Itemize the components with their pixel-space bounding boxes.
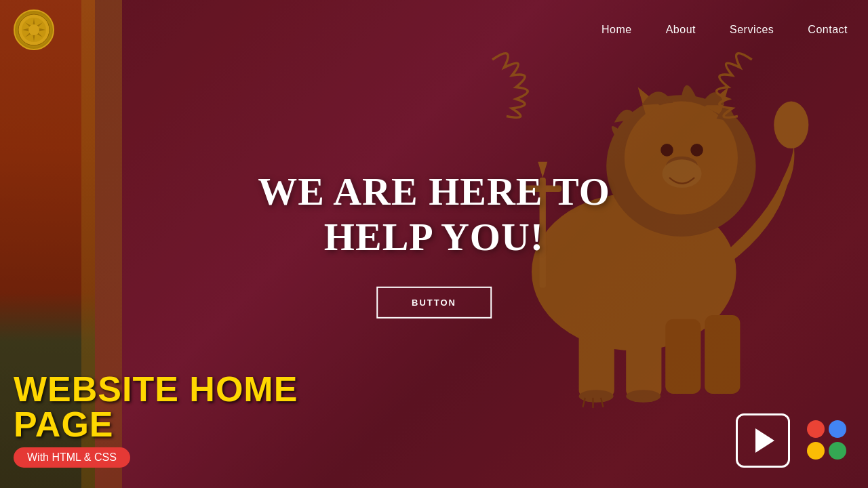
dots-grid bbox=[807, 420, 848, 461]
nav-item-contact[interactable]: Contact bbox=[808, 24, 848, 36]
navbar: Home About Services Contact bbox=[0, 0, 868, 60]
hero-section: WE ARE HERE TO HELP YOU! BUTTON bbox=[258, 169, 610, 319]
dot-yellow bbox=[807, 442, 825, 460]
brand-icon bbox=[800, 413, 854, 468]
play-button-icon[interactable] bbox=[736, 413, 790, 468]
play-triangle bbox=[755, 428, 774, 453]
subtitle-badge: With HTML & CSS bbox=[14, 447, 130, 468]
hero-title: WE ARE HERE TO HELP YOU! bbox=[258, 169, 610, 260]
dot-red bbox=[807, 420, 825, 438]
bottom-right-icons bbox=[736, 413, 854, 468]
dot-green bbox=[829, 442, 846, 460]
hero-button[interactable]: BUTTON bbox=[376, 287, 492, 319]
nav-item-about[interactable]: About bbox=[666, 24, 696, 36]
logo-emblem bbox=[14, 9, 54, 50]
dot-blue bbox=[829, 420, 846, 438]
emblem-svg bbox=[17, 13, 51, 47]
website-title: WEBSITE HOME PAGE bbox=[14, 371, 298, 442]
bottom-left-overlay: WEBSITE HOME PAGE With HTML & CSS bbox=[14, 371, 298, 468]
nav-item-home[interactable]: Home bbox=[601, 24, 632, 36]
svg-point-27 bbox=[28, 24, 39, 35]
nav-item-services[interactable]: Services bbox=[730, 24, 774, 36]
nav-links: Home About Services Contact bbox=[601, 24, 848, 36]
logo-area bbox=[14, 9, 54, 50]
